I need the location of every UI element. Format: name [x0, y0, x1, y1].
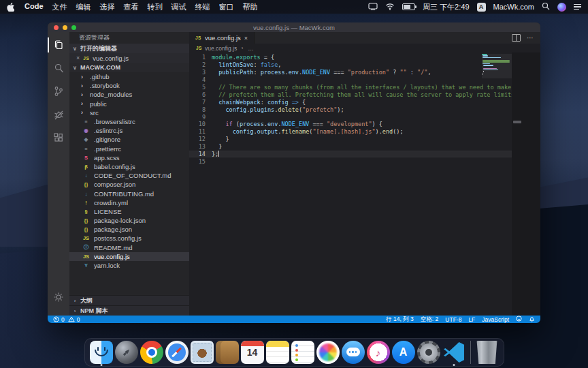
dock-notes-icon[interactable]	[266, 341, 289, 364]
cursor-position[interactable]: 行 14, 列 3	[386, 316, 414, 324]
tab-bar: JS vue.config.js × ⋯	[189, 32, 540, 44]
project-root-header[interactable]: ∨ MACWK.COM	[69, 63, 189, 72]
search-icon[interactable]	[48, 58, 69, 78]
source-control-icon[interactable]	[48, 81, 69, 102]
file-vue.config.js[interactable]: JSvue.config.js	[69, 252, 189, 261]
file-app.scss[interactable]: Sapp.scss	[69, 153, 189, 162]
dock-messages-icon[interactable]	[342, 341, 365, 364]
dock-vscode-icon[interactable]	[442, 341, 466, 364]
dock-trash-icon[interactable]	[476, 341, 499, 364]
dock-preferences-icon[interactable]	[417, 341, 440, 364]
input-method-badge[interactable]: A	[477, 3, 486, 12]
line-number: 5	[189, 84, 212, 91]
menu-item-1[interactable]: 文件	[52, 2, 67, 12]
language-mode[interactable]: JavaScript	[482, 316, 509, 323]
file-.prettierrc[interactable]: ≡.prettierrc	[69, 144, 189, 153]
file-.browserslistrc[interactable]: ≡.browserslistrc	[69, 117, 189, 126]
feedback-smiley-icon[interactable]	[516, 316, 522, 323]
outline-section-header[interactable]: › 大纲	[69, 295, 189, 305]
warnings-indicator[interactable]: 0	[68, 316, 80, 323]
display-icon[interactable]	[368, 3, 378, 12]
folder-.github[interactable]: ›.github	[69, 72, 189, 81]
eol-sequence[interactable]: LF	[468, 316, 475, 323]
menu-site-label[interactable]: MacWk.com	[493, 3, 535, 11]
file-name: .gitignore	[94, 136, 120, 143]
file-crowdin.yml[interactable]: !crowdin.yml	[69, 198, 189, 207]
folder-node_modules[interactable]: ›node_modules	[69, 90, 189, 99]
breadcrumb[interactable]: JS vue.config.js › …	[189, 44, 540, 52]
debug-icon[interactable]	[48, 104, 69, 125]
vscode-window: vue.config.js — MacWk.com	[48, 22, 540, 323]
extensions-icon[interactable]	[48, 127, 69, 148]
minimize-window-button[interactable]	[63, 25, 67, 30]
file-CONTRIBUTING.md[interactable]: ↓CONTRIBUTING.md	[69, 189, 189, 198]
dock-photos-icon[interactable]	[316, 341, 340, 364]
file-composer.json[interactable]: {}composer.json	[69, 180, 189, 189]
minimap[interactable]	[482, 54, 512, 316]
more-actions-icon[interactable]: ⋯	[527, 36, 534, 40]
scrollbar-gutter[interactable]	[512, 52, 540, 316]
menu-clock[interactable]: 周三 下午2:49	[423, 2, 469, 12]
dock-chrome-icon[interactable]	[140, 341, 163, 364]
folder-icon: ›	[78, 91, 86, 98]
npm-scripts-section-header[interactable]: › NPM 脚本	[69, 305, 189, 316]
settings-gear-icon[interactable]	[48, 287, 69, 307]
split-editor-icon[interactable]	[512, 34, 521, 42]
code-editor[interactable]: 1module.exports = {2 lintOnSave: false,3…	[189, 52, 540, 316]
battery-icon[interactable]	[402, 3, 415, 10]
menu-item-6[interactable]: 调试	[172, 2, 186, 12]
dock-launchpad-icon[interactable]	[115, 341, 138, 364]
apple-menu-icon[interactable]	[7, 2, 15, 12]
spotlight-search-icon[interactable]	[542, 2, 550, 12]
dock-finder-icon[interactable]	[90, 341, 113, 364]
explorer-icon[interactable]	[48, 35, 69, 55]
dock-app-store-icon[interactable]: A	[392, 341, 415, 364]
file-name: .storybook	[90, 82, 120, 89]
folder-src[interactable]: ›src	[69, 108, 189, 117]
siri-icon[interactable]	[557, 3, 566, 12]
dock-mail-icon[interactable]	[191, 341, 214, 364]
menu-item-0[interactable]: Code	[24, 2, 44, 12]
menu-item-7[interactable]: 终端	[195, 2, 210, 12]
file-postcss.config.js[interactable]: JSpostcss.config.js	[69, 234, 189, 243]
file-CODE_OF_CONDUCT.md[interactable]: ↓CODE_OF_CONDUCT.md	[69, 171, 189, 180]
line-content: module.exports = {	[212, 54, 274, 61]
window-title-bar[interactable]: vue.config.js — MacWk.com	[48, 22, 540, 32]
indentation[interactable]: 空格: 2	[421, 316, 438, 324]
notifications-bell-icon[interactable]	[529, 316, 535, 324]
dock-contacts-icon[interactable]	[216, 341, 239, 364]
file-.eslintrc.js[interactable]: ◉.eslintrc.js	[69, 126, 189, 135]
close-window-button[interactable]	[54, 25, 59, 30]
list-icon: ≡	[82, 119, 91, 125]
dock-calendar-icon[interactable]: 14	[241, 341, 264, 364]
close-icon[interactable]: ×	[76, 55, 80, 61]
file-babel.config.js[interactable]: βbabel.config.js	[69, 162, 189, 171]
dock-reminders-icon[interactable]	[291, 341, 314, 364]
menu-item-3[interactable]: 选择	[100, 2, 115, 12]
dock-itunes-icon[interactable]: ♪	[367, 341, 390, 364]
file-.gitignore[interactable]: ◈.gitignore	[69, 135, 189, 144]
file-package.json[interactable]: {}package.json	[69, 225, 189, 234]
notification-center-icon[interactable]	[574, 4, 581, 10]
menu-item-2[interactable]: 编辑	[76, 2, 91, 12]
file-yarn.lock[interactable]: Yyarn.lock	[69, 261, 189, 270]
tab-vue-config-js[interactable]: JS vue.config.js ×	[189, 32, 255, 44]
file-package-lock.json[interactable]: {}package-lock.json	[69, 216, 189, 225]
folder-.storybook[interactable]: ›.storybook	[69, 81, 189, 90]
encoding[interactable]: UTF-8	[445, 316, 461, 323]
file-README.md[interactable]: ⓘREADME.md	[69, 243, 189, 252]
dock-safari-icon[interactable]	[165, 341, 189, 364]
menu-item-5[interactable]: 转到	[148, 2, 163, 12]
scrollbar-thumb[interactable]	[513, 121, 521, 123]
open-editors-header[interactable]: ∨ 打开的编辑器	[69, 44, 189, 53]
menu-item-4[interactable]: 查看	[124, 2, 139, 12]
close-tab-icon[interactable]: ×	[244, 35, 248, 42]
file-LICENSE[interactable]: §LICENSE	[69, 207, 189, 216]
folder-public[interactable]: ›public	[69, 99, 189, 108]
menu-item-8[interactable]: 窗口	[219, 2, 234, 12]
errors-indicator[interactable]: 0	[53, 316, 65, 323]
open-editor-item[interactable]: × JS vue.config.js	[69, 53, 189, 63]
wifi-icon[interactable]	[385, 3, 395, 12]
zoom-window-button[interactable]	[71, 25, 76, 30]
menu-item-9[interactable]: 帮助	[243, 2, 258, 12]
